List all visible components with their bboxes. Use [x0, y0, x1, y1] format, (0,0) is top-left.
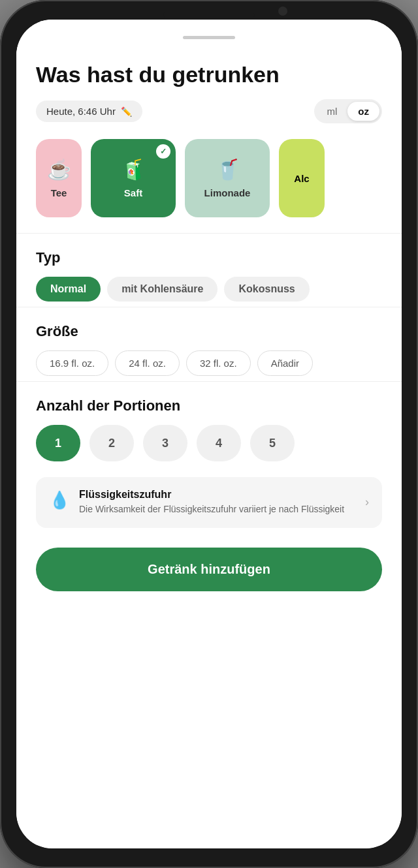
- info-card-text: Flüssigkeitszufuhr Die Wirksamkeit der F…: [79, 489, 356, 516]
- portionen-section: Anzahl der Portionen 1 2 3 4 5: [36, 397, 382, 461]
- drag-handle: [183, 36, 235, 39]
- screen-content: Was hast du getrunken Heute, 6:46 Uhr ✏️…: [16, 20, 402, 848]
- tee-icon: ☕: [47, 158, 71, 181]
- typ-section: Typ Normal mit Kohlensäure Kokosnuss: [36, 249, 382, 302]
- typ-chips-row: Normal mit Kohlensäure Kokosnuss: [36, 277, 382, 302]
- limonade-label: Limonade: [204, 187, 251, 198]
- date-badge[interactable]: Heute, 6:46 Uhr ✏️: [36, 101, 142, 122]
- phone-screen: Was hast du getrunken Heute, 6:46 Uhr ✏️…: [16, 20, 402, 848]
- info-card[interactable]: 💧 Flüssigkeitszufuhr Die Wirksamkeit der…: [36, 477, 382, 528]
- size-chip-4[interactable]: Añadir: [257, 350, 313, 376]
- drink-card-alkohol[interactable]: Alc: [279, 139, 325, 217]
- unit-toggle: ml oz: [314, 99, 383, 123]
- water-drop-icon: 💧: [49, 490, 70, 510]
- divider-3: [16, 381, 402, 382]
- saft-label: Saft: [124, 187, 142, 198]
- check-badge-saft: ✓: [156, 144, 170, 159]
- size-chips-row: 16.9 fl. oz. 24 fl. oz. 32 fl. oz. Añadi…: [36, 350, 382, 376]
- drink-card-tee[interactable]: ☕ Tee: [36, 139, 82, 217]
- chip-normal[interactable]: Normal: [36, 277, 101, 302]
- typ-section-title: Typ: [36, 249, 382, 266]
- size-chip-2[interactable]: 24 fl. oz.: [115, 350, 180, 376]
- add-drink-button[interactable]: Getränk hinzufügen: [36, 548, 382, 591]
- drinks-scroll-area: ☕ Tee ✓ 🧃 Saft 🥤 Limonade: [16, 139, 402, 217]
- chevron-right-icon: ›: [365, 495, 369, 509]
- tee-label: Tee: [51, 187, 67, 198]
- status-bar: [16, 20, 402, 55]
- phone-notch: [163, 12, 255, 18]
- info-card-title: Flüssigkeitszufuhr: [79, 489, 356, 501]
- date-label: Heute, 6:46 Uhr: [46, 106, 116, 117]
- chip-kohlensaeure[interactable]: mit Kohlensäure: [107, 277, 217, 302]
- size-chip-1[interactable]: 16.9 fl. oz.: [36, 350, 108, 376]
- portion-btn-4[interactable]: 4: [197, 425, 241, 461]
- groesse-section: Größe 16.9 fl. oz. 24 fl. oz. 32 fl. oz.…: [36, 323, 382, 376]
- portion-btn-1[interactable]: 1: [36, 425, 80, 461]
- edit-icon[interactable]: ✏️: [121, 106, 132, 117]
- divider-1: [16, 233, 402, 234]
- portion-btn-3[interactable]: 3: [143, 425, 187, 461]
- info-card-description: Die Wirksamkeit der Flüssigkeitszufuhr v…: [79, 503, 356, 516]
- groesse-section-title: Größe: [36, 323, 382, 340]
- portion-btn-5[interactable]: 5: [250, 425, 295, 461]
- divider-2: [16, 307, 402, 307]
- portion-btn-2[interactable]: 2: [89, 425, 134, 461]
- portionen-section-title: Anzahl der Portionen: [36, 397, 382, 414]
- limonade-icon: 🥤: [216, 158, 240, 181]
- saft-icon: 🧃: [121, 158, 146, 181]
- top-row: Heute, 6:46 Uhr ✏️ ml oz: [36, 99, 382, 123]
- alkohol-label: Alc: [294, 173, 309, 184]
- drink-card-saft[interactable]: ✓ 🧃 Saft: [91, 139, 176, 217]
- size-chip-3[interactable]: 32 fl. oz.: [186, 350, 251, 376]
- page-title: Was hast du getrunken: [36, 62, 382, 87]
- main-content: Was hast du getrunken Heute, 6:46 Uhr ✏️…: [16, 55, 402, 617]
- phone-camera: [278, 7, 287, 16]
- drink-card-limonade[interactable]: 🥤 Limonade: [185, 139, 270, 217]
- chip-kokosnuss[interactable]: Kokosnuss: [224, 277, 309, 302]
- portions-row: 1 2 3 4 5: [36, 425, 382, 461]
- unit-ml-button[interactable]: ml: [317, 102, 348, 121]
- phone-frame: Was hast du getrunken Heute, 6:46 Uhr ✏️…: [0, 0, 418, 868]
- unit-oz-button[interactable]: oz: [347, 102, 379, 121]
